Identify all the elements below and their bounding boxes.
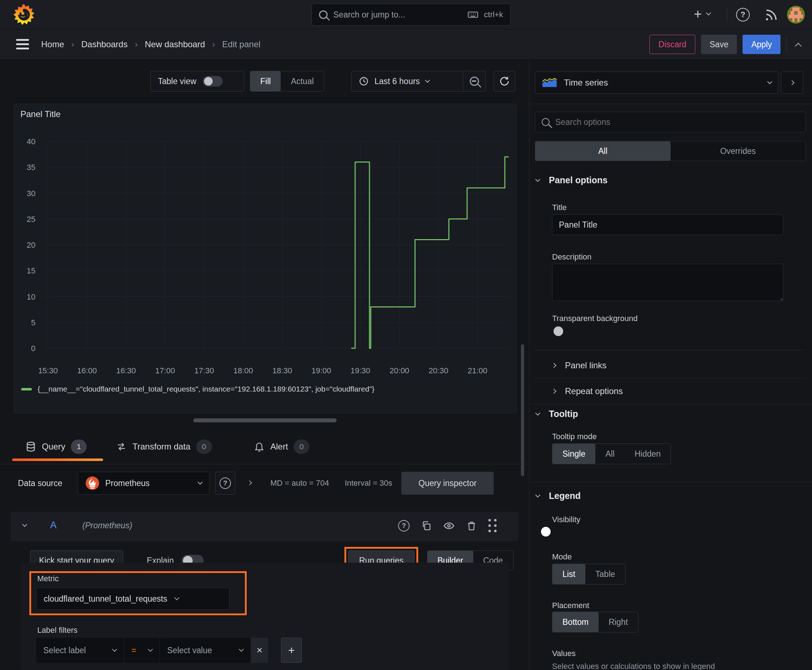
chart-legend[interactable]: {__name__="cloudflared_tunnel_total_requ… — [21, 385, 375, 393]
grafana-logo-icon[interactable] — [13, 3, 35, 26]
search-icon — [542, 118, 549, 126]
panel-options-title: Panel options — [549, 175, 608, 185]
time-series-chart[interactable]: 051015202530354015:3016:0016:3017:0017:3… — [14, 104, 516, 413]
query-options-expand-icon[interactable] — [247, 481, 252, 485]
query-ref-id: A — [50, 520, 57, 531]
datasource-select[interactable]: Prometheus — [78, 472, 209, 495]
tab-transform[interactable]: Transform data 0 — [116, 435, 212, 459]
legend-right-option[interactable]: Right — [598, 612, 638, 632]
zoom-out-button[interactable] — [463, 76, 485, 86]
title-label: Title — [552, 203, 567, 212]
repeat-options-header[interactable]: Repeat options — [552, 381, 622, 401]
query-datasource-hint: (Prometheus) — [82, 521, 132, 530]
datasource-help-button[interactable]: ? — [215, 472, 235, 495]
breadcrumb-dashboards[interactable]: Dashboards — [81, 39, 127, 49]
tooltip-header[interactable]: Tooltip — [536, 409, 578, 419]
x-axis-tick: 17:00 — [155, 366, 175, 375]
legend-list-option[interactable]: List — [553, 564, 585, 584]
label-filters-label: Label filters — [37, 626, 78, 635]
query-inspector-button[interactable]: Query inspector — [401, 472, 494, 495]
search-input[interactable] — [333, 10, 462, 20]
help-button[interactable]: ? — [736, 8, 750, 22]
legend-placement-switch: Bottom Right — [552, 612, 638, 633]
query-help-icon[interactable]: ? — [398, 520, 410, 531]
tooltip-all-option[interactable]: All — [595, 444, 625, 464]
transform-icon — [116, 441, 127, 452]
tab-alert[interactable]: Alert 0 — [254, 435, 309, 459]
query-row-header[interactable]: A (Prometheus) ? — [11, 512, 519, 541]
metric-annotation — [29, 571, 247, 615]
datasource-label: Data source — [18, 479, 62, 488]
news-button[interactable] — [764, 8, 778, 24]
tooltip-hidden-option[interactable]: Hidden — [625, 444, 671, 464]
tab-all[interactable]: All — [535, 141, 671, 161]
legend-header[interactable]: Legend — [536, 491, 581, 501]
apply-button[interactable]: Apply — [742, 35, 780, 54]
refresh-button[interactable] — [494, 71, 515, 91]
new-menu-button[interactable]: + — [694, 8, 710, 20]
menu-toggle-button[interactable] — [16, 39, 29, 49]
panel-resize-handle[interactable] — [193, 418, 337, 422]
y-axis-tick: 40 — [27, 137, 36, 146]
breadcrumb-new-dashboard[interactable]: New dashboard — [145, 39, 205, 49]
description-textarea[interactable] — [552, 264, 783, 301]
search-options-input[interactable] — [555, 117, 799, 127]
search-options-box[interactable] — [535, 112, 806, 132]
breadcrumb-home[interactable]: Home — [41, 39, 64, 49]
tab-query[interactable]: Query 1 — [25, 435, 86, 459]
query-options-summary[interactable]: MD = auto = 704 Interval = 30s — [270, 472, 392, 495]
tab-alert-label: Alert — [270, 442, 288, 452]
series-line — [351, 157, 509, 348]
panel-links-header[interactable]: Panel links — [552, 355, 607, 376]
x-axis-tick: 16:00 — [77, 366, 97, 375]
collapse-header-button[interactable] — [795, 42, 801, 49]
hide-response-icon[interactable] — [443, 520, 455, 531]
y-axis-tick: 5 — [31, 318, 36, 327]
breadcrumb-separator-icon: › — [212, 39, 215, 49]
x-axis-tick: 16:30 — [116, 366, 136, 375]
actions-divider — [786, 37, 787, 52]
legend-table-option[interactable]: Table — [585, 564, 625, 584]
panel-options-header[interactable]: Panel options — [536, 175, 608, 185]
database-icon — [25, 441, 36, 452]
save-button[interactable]: Save — [701, 35, 737, 54]
visualization-picker[interactable]: Time series — [535, 71, 778, 94]
breadcrumb-edit-panel: Edit panel — [222, 39, 261, 49]
visualization-name: Time series — [564, 78, 608, 88]
tooltip-single-option[interactable]: Single — [553, 444, 595, 464]
operator-dropdown[interactable]: = — [124, 638, 159, 663]
select-label-dropdown[interactable]: Select label — [36, 638, 124, 663]
chevron-down-icon — [148, 647, 153, 652]
search-icon — [319, 10, 327, 19]
chevron-down-icon — [535, 177, 540, 182]
add-filter-button[interactable]: + — [281, 638, 302, 663]
prometheus-icon — [85, 476, 100, 490]
options-tabs: All Overrides — [535, 141, 806, 161]
fill-option[interactable]: Fill — [250, 71, 281, 91]
panel-title-input[interactable] — [552, 214, 783, 235]
breadcrumb-separator-icon: › — [135, 39, 137, 49]
discard-button[interactable]: Discard — [649, 35, 695, 54]
toggle-viz-picker-button[interactable] — [781, 71, 803, 94]
time-range-button[interactable]: Last 6 hours — [352, 76, 463, 86]
actual-option[interactable]: Actual — [281, 71, 324, 91]
drag-handle-icon[interactable] — [488, 519, 497, 532]
datasource-value: Prometheus — [105, 479, 150, 488]
y-axis-tick: 25 — [27, 215, 36, 224]
select-value-dropdown[interactable]: Select value — [160, 638, 250, 663]
global-search[interactable]: ctrl+k — [312, 3, 510, 26]
duplicate-icon[interactable] — [421, 520, 432, 531]
avatar[interactable] — [787, 6, 805, 24]
legend-values-label: Values — [552, 649, 576, 658]
legend-bottom-option[interactable]: Bottom — [553, 612, 598, 632]
query-collapse-icon[interactable] — [22, 522, 27, 527]
delete-query-icon[interactable] — [466, 520, 477, 531]
max-data-points: MD = auto = 704 — [270, 479, 329, 488]
panel-preview: Panel Title 051015202530354015:3016:0016… — [14, 104, 517, 413]
table-view-toggle[interactable] — [203, 76, 223, 86]
remove-filter-button[interactable]: × — [251, 638, 268, 663]
time-series-viz-icon — [542, 77, 558, 88]
tab-overrides[interactable]: Overrides — [671, 141, 806, 161]
tab-transform-label: Transform data — [132, 442, 190, 452]
left-pane-scrollbar[interactable] — [521, 344, 524, 476]
